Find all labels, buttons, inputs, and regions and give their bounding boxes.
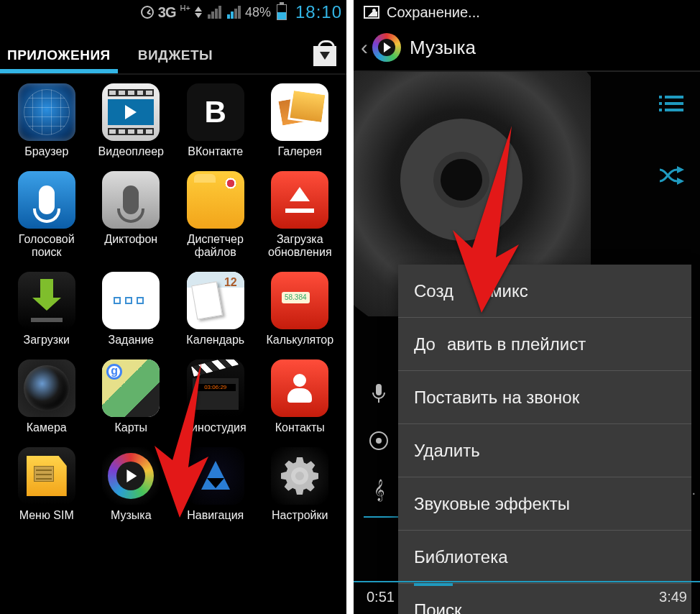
app-label: Настройки bbox=[272, 509, 328, 522]
svg-rect-6 bbox=[376, 384, 382, 395]
app-contacts[interactable]: Контакты bbox=[261, 359, 340, 434]
app-downloads[interactable]: Загрузки bbox=[7, 272, 86, 347]
tab-widgets[interactable]: ВИДЖЕТЫ bbox=[138, 47, 213, 73]
menu-library[interactable]: Библиотека bbox=[398, 531, 691, 584]
player-side-controls bbox=[655, 93, 687, 191]
context-menu: СоздXXь микс ДоXавить в плейлист Постави… bbox=[398, 265, 691, 614]
app-title: Музыка bbox=[410, 37, 476, 59]
app-movie-studio[interactable]: 03:06:29Киностудия bbox=[176, 359, 255, 434]
app-voice-search[interactable]: Голосовой поиск bbox=[7, 171, 86, 259]
app-label: Задание bbox=[109, 334, 154, 347]
network-suffix: H+ bbox=[180, 4, 190, 12]
app-label: ВКонтакте bbox=[188, 145, 243, 158]
app-label: Карты bbox=[114, 421, 147, 434]
signal-sim2-icon bbox=[227, 6, 241, 19]
app-label: Браузер bbox=[24, 145, 68, 158]
battery-icon bbox=[277, 4, 287, 20]
app-sim-menu[interactable]: Меню SIM bbox=[7, 447, 86, 522]
status-bar: 3G H+ 48% 18:10 bbox=[0, 0, 346, 24]
app-videoplayer[interactable]: Видеоплеер bbox=[92, 83, 171, 158]
app-label: Меню SIM bbox=[19, 509, 74, 522]
app-navigation[interactable]: Навигация bbox=[176, 447, 255, 522]
browser-icon bbox=[18, 83, 75, 141]
app-label: Календарь bbox=[186, 334, 244, 347]
app-label: Диспетчер файлов bbox=[188, 233, 244, 259]
status-bar: Сохранение... bbox=[354, 0, 700, 24]
left-screenshot: 3G H+ 48% 18:10 ПРИЛОЖЕНИЯ ВИДЖЕТЫ Брауз… bbox=[0, 0, 346, 614]
app-label: Навигация bbox=[187, 509, 244, 522]
recorder-icon bbox=[102, 171, 160, 229]
clock: 18:10 bbox=[295, 2, 342, 22]
file-manager-icon bbox=[187, 171, 244, 229]
menu-add-to-playlist[interactable]: ДоXавить в плейлист bbox=[398, 318, 691, 371]
app-camera[interactable]: Камера bbox=[7, 359, 86, 434]
svg-point-9 bbox=[376, 438, 382, 444]
tab-apps[interactable]: ПРИЛОЖЕНИЯ bbox=[7, 47, 111, 73]
back-icon[interactable]: ‹ bbox=[361, 35, 368, 60]
calendar-icon: 12 bbox=[187, 272, 244, 329]
menu-set-ringtone[interactable]: Поставить на звонок bbox=[398, 371, 691, 424]
svg-rect-2 bbox=[659, 102, 662, 105]
time-bar[interactable]: 0:51 3:49 bbox=[354, 581, 700, 613]
shuffle-icon[interactable] bbox=[655, 165, 687, 191]
settings-icon bbox=[271, 447, 328, 505]
app-label: Голосовой поиск bbox=[19, 233, 75, 259]
vk-icon: B bbox=[187, 83, 244, 141]
menu-create-mix[interactable]: СоздXXь микс bbox=[398, 265, 691, 318]
app-bar[interactable]: ‹ Музыка bbox=[354, 24, 700, 72]
battery-percent: 48% bbox=[245, 5, 271, 20]
app-label: Контакты bbox=[275, 421, 325, 434]
app-settings[interactable]: Настройки bbox=[261, 447, 340, 522]
app-label: Загрузка обновления bbox=[268, 233, 332, 259]
app-tasks[interactable]: Задание bbox=[92, 272, 171, 347]
app-browser[interactable]: Браузер bbox=[7, 83, 86, 158]
drawer-tabs: ПРИЛОЖЕНИЯ ВИДЖЕТЫ bbox=[0, 24, 346, 73]
alarm-icon bbox=[141, 6, 154, 19]
tasks-icon bbox=[102, 272, 160, 329]
app-music[interactable]: Музыка bbox=[92, 447, 171, 522]
app-grid[interactable]: Браузер Видеоплеер BВКонтакте Галерея Го… bbox=[0, 75, 346, 522]
svg-rect-1 bbox=[665, 96, 683, 98]
calculator-icon: 58.384 bbox=[271, 272, 328, 329]
app-label: Видеоплеер bbox=[98, 145, 164, 158]
music-app-icon[interactable] bbox=[371, 32, 402, 63]
music-icon bbox=[102, 447, 160, 505]
network-indicator: 3G bbox=[158, 4, 176, 21]
picture-icon bbox=[364, 6, 379, 19]
app-vk[interactable]: BВКонтакте bbox=[176, 83, 255, 158]
svg-rect-0 bbox=[659, 96, 662, 98]
elapsed-time: 0:51 bbox=[367, 589, 395, 605]
menu-delete[interactable]: Удалить bbox=[398, 424, 691, 477]
app-label: Камера bbox=[27, 421, 67, 434]
app-label: Галерея bbox=[278, 145, 322, 158]
player-body: 𝄞 Mus... СоздXXь микс ДоXавить в плейлис… bbox=[354, 72, 700, 613]
play-store-icon[interactable] bbox=[310, 42, 339, 66]
app-label: Калькулятор bbox=[266, 334, 333, 347]
camera-icon bbox=[18, 359, 75, 417]
app-maps[interactable]: Карты bbox=[92, 359, 171, 434]
app-label: Музыка bbox=[111, 509, 152, 522]
menu-sound-effects[interactable]: Звуковые эффекты bbox=[398, 477, 691, 531]
downloads-icon bbox=[18, 272, 75, 329]
svg-rect-3 bbox=[665, 102, 683, 105]
voice-search-icon bbox=[18, 171, 75, 229]
app-label: Диктофон bbox=[104, 233, 157, 246]
app-recorder[interactable]: Диктофон bbox=[92, 171, 171, 259]
app-label: Загрузки bbox=[24, 334, 70, 347]
microphone-icon bbox=[368, 384, 390, 404]
app-calendar[interactable]: 12Календарь bbox=[176, 272, 255, 347]
app-label: Киностудия bbox=[185, 421, 247, 434]
video-icon bbox=[102, 83, 160, 141]
app-file-manager[interactable]: Диспетчер файлов bbox=[176, 171, 255, 259]
disc-icon bbox=[368, 431, 390, 450]
treble-clef-icon: 𝄞 bbox=[368, 479, 390, 501]
status-saving: Сохранение... bbox=[387, 4, 480, 21]
app-gallery[interactable]: Галерея bbox=[261, 83, 340, 158]
svg-rect-7 bbox=[378, 398, 379, 403]
data-traffic-icon bbox=[195, 6, 202, 18]
app-calculator[interactable]: 58.384Калькулятор bbox=[261, 272, 340, 347]
signal-sim1-icon bbox=[208, 6, 221, 19]
gallery-icon bbox=[271, 83, 328, 141]
app-updater[interactable]: Загрузка обновления bbox=[261, 171, 340, 259]
queue-icon[interactable] bbox=[655, 93, 687, 118]
